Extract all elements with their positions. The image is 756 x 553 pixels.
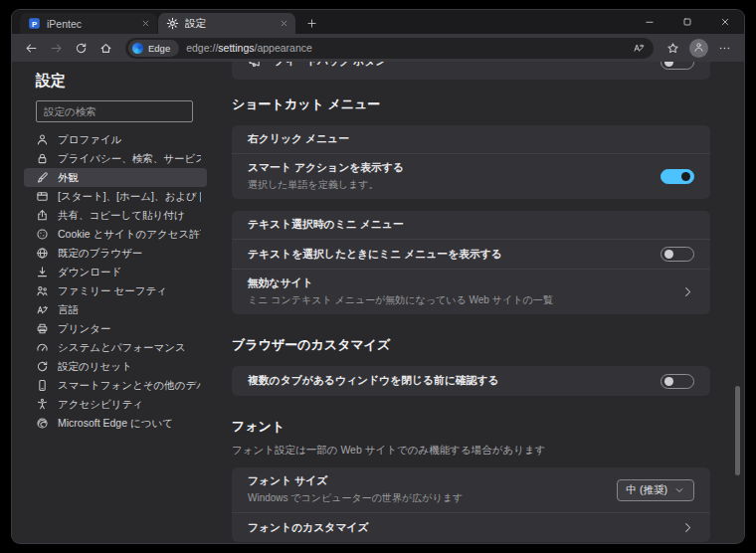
- customize-browser-card: 複数のタブがあるウィンドウを閉じる前に確認する: [232, 366, 710, 396]
- tab-ipentec[interactable]: P iPentec: [20, 13, 157, 34]
- settings-title: 設定: [36, 72, 216, 91]
- previous-section-card: フィードバック ボタン: [232, 62, 710, 80]
- scrollbar[interactable]: [735, 386, 740, 475]
- sidebar-item-family-safety[interactable]: ファミリー セーフティ: [24, 281, 207, 300]
- minimize-button[interactable]: [631, 10, 668, 34]
- person-icon: [36, 133, 49, 146]
- chevron-right-icon: [681, 521, 694, 534]
- refresh-button[interactable]: [70, 37, 93, 59]
- language-icon: [36, 303, 49, 316]
- person-icon: [693, 39, 704, 57]
- edge-swirl-icon: [36, 417, 49, 430]
- sidebar-item-phone-devices[interactable]: スマートフォンとその他のデバイス: [24, 376, 207, 395]
- close-tab-icon[interactable]: [138, 17, 152, 31]
- tabs-icon: [36, 190, 49, 203]
- settings-content: フィードバック ボタン ショートカット メニュー 右クリック メニュー スマート…: [216, 62, 744, 543]
- chevron-right-icon: [681, 285, 694, 298]
- desktop: { "icons": { "back": "left-arrow", "forw…: [0, 0, 756, 553]
- tab-settings[interactable]: 設定: [158, 13, 295, 34]
- favorites-icon[interactable]: [662, 37, 684, 59]
- share-icon: [36, 209, 49, 222]
- paint-brush-icon: [36, 171, 49, 184]
- section-heading-customize-browser: ブラウザーのカスタマイズ: [232, 336, 710, 354]
- sidebar-item-privacy[interactable]: プライバシー、検索、サービス: [24, 149, 207, 168]
- new-tab-button[interactable]: [302, 14, 320, 32]
- printer-icon: [36, 322, 49, 335]
- close-tab-icon[interactable]: [277, 17, 290, 31]
- svg-text:P: P: [32, 20, 37, 29]
- chevron-down-icon: [674, 485, 684, 495]
- sidebar-item-system-performance[interactable]: システムとパフォーマンス: [24, 338, 207, 357]
- edge-badge-label: Edge: [148, 43, 170, 54]
- forward-button[interactable]: [45, 37, 68, 59]
- home-button[interactable]: [94, 37, 117, 59]
- browser-menu-icon[interactable]: [713, 37, 736, 59]
- search-box: [36, 100, 216, 122]
- feedback-button-row: フィードバック ボタン: [232, 62, 710, 80]
- settings-search-input[interactable]: [36, 100, 193, 122]
- sidebar-item-share-copy-paste[interactable]: 共有、コピーして貼り付け: [24, 206, 207, 225]
- sidebar-item-profile[interactable]: プロファイル: [24, 130, 207, 149]
- edge-logo-icon: [132, 43, 143, 54]
- window-controls: [631, 10, 744, 34]
- sidebar-item-default-browser[interactable]: 既定のブラウザー: [24, 244, 207, 263]
- confirm-close-row: 複数のタブがあるウィンドウを閉じる前に確認する: [232, 366, 710, 396]
- font-size-dropdown[interactable]: 中 (推奨): [617, 479, 694, 501]
- translate-icon[interactable]: [630, 39, 648, 57]
- section-heading-fonts: フォント: [232, 418, 710, 436]
- browser-window: P iPentec 設定 Edge edge://settings/appear…: [12, 10, 744, 543]
- sidebar-item-about-edge[interactable]: Microsoft Edge について: [24, 414, 207, 433]
- tab-title: 設定: [185, 17, 271, 31]
- disabled-sites-row[interactable]: 無効なサイト ミニ コンテキスト メニューが無効になっている Web サイトの一…: [232, 269, 710, 314]
- sidebar-item-appearance[interactable]: 外観: [24, 168, 207, 187]
- sidebar-item-reset-settings[interactable]: 設定のリセット: [24, 357, 207, 376]
- url-text: edge://settings/appearance: [186, 42, 623, 54]
- row-title: フィードバック ボタン: [274, 62, 649, 69]
- settings-sidebar: 設定 プロファイル プライバシー、検索、サービス 外観: [12, 62, 216, 543]
- cookie-icon: [36, 228, 49, 241]
- mini-menu-header: テキスト選択時のミニ メニュー: [232, 211, 710, 239]
- tab-title: iPentec: [47, 18, 132, 30]
- sidebar-item-start-home-new-tabs[interactable]: [スタート]、[ホーム]、および [新規] タブ: [24, 187, 207, 206]
- sidebar-item-downloads[interactable]: ダウンロード: [24, 263, 207, 281]
- padlock-icon: [36, 152, 49, 165]
- maximize-button[interactable]: [668, 10, 706, 34]
- dropdown-value: 中 (推奨): [627, 483, 667, 497]
- section-heading-shortcut-menu: ショートカット メニュー: [232, 95, 710, 113]
- sidebar-item-cookies-permissions[interactable]: Cookie とサイトのアクセス許可: [24, 225, 207, 244]
- close-window-button[interactable]: [706, 10, 744, 34]
- sidebar-item-printers[interactable]: プリンター: [24, 319, 207, 338]
- smart-actions-toggle[interactable]: [661, 169, 694, 184]
- address-bar[interactable]: Edge edge://settings/appearance: [125, 38, 654, 59]
- right-click-menu-card: 右クリック メニュー スマート アクションを表示する 選択した単語を定義します。: [232, 125, 710, 199]
- smart-actions-row: スマート アクションを表示する 選択した単語を定義します。: [232, 153, 710, 199]
- reset-icon: [36, 360, 49, 373]
- gear-icon: [166, 17, 179, 30]
- fonts-card: フォント サイズ Windows でコンピューターの世界が広がります 中 (推奨…: [232, 467, 710, 542]
- sidebar-item-accessibility[interactable]: アクセシビリティ: [24, 395, 207, 414]
- back-button[interactable]: [20, 37, 43, 59]
- speedometer-icon: [36, 341, 49, 354]
- sidebar-item-languages[interactable]: 言語: [24, 300, 207, 319]
- navigation-bar: Edge edge://settings/appearance: [12, 34, 744, 62]
- tab-strip: P iPentec 設定: [12, 10, 744, 34]
- family-icon: [36, 284, 49, 297]
- download-icon: [36, 266, 49, 278]
- edge-badge: Edge: [128, 40, 179, 57]
- confirm-close-toggle[interactable]: [661, 374, 694, 389]
- customize-fonts-row[interactable]: フォントのカスタマイズ: [232, 512, 710, 542]
- mini-menu-toggle[interactable]: [661, 247, 694, 262]
- right-click-menu-header: 右クリック メニュー: [232, 125, 710, 153]
- settings-nav: プロファイル プライバシー、検索、サービス 外観 [スタート]、[ホーム]、およ…: [24, 130, 207, 433]
- settings-page: 設定 プロファイル プライバシー、検索、サービス 外観: [12, 62, 744, 543]
- accessibility-icon: [36, 398, 49, 411]
- megaphone-icon: [248, 62, 262, 69]
- mini-menu-card: テキスト選択時のミニ メニュー テキストを選択したときにミニ メニューを表示する…: [232, 211, 710, 314]
- profile-avatar[interactable]: [689, 39, 708, 58]
- globe-icon: [36, 247, 49, 260]
- mini-menu-row: テキストを選択したときにミニ メニューを表示する: [232, 239, 710, 269]
- feedback-button-toggle[interactable]: [661, 62, 694, 70]
- ipentec-favicon-icon: P: [28, 17, 41, 30]
- smartphone-icon: [36, 379, 49, 392]
- fonts-note: フォント設定は一部の Web サイトでのみ機能する場合があります: [232, 444, 710, 458]
